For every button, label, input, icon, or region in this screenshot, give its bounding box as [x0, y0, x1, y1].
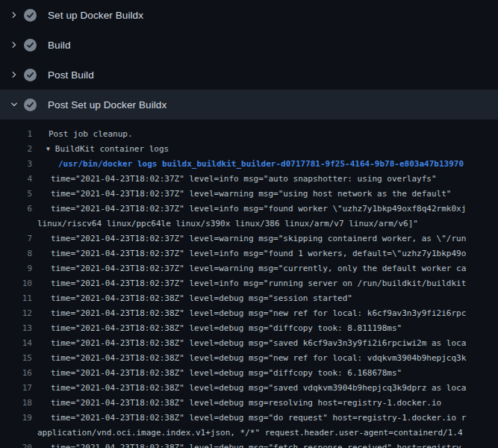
log-text: time="2021-04-23T18:02:38Z" level=debug …: [32, 381, 466, 396]
log-text: time="2021-04-23T18:02:37Z" level=warnin…: [32, 231, 466, 246]
step-title: Post Set up Docker Buildx: [48, 99, 166, 111]
log-line[interactable]: 2▼BuildKit container logs: [0, 142, 498, 157]
log-text: time="2021-04-23T18:02:38Z" level=debug …: [32, 396, 441, 411]
log-line[interactable]: 9time="2021-04-23T18:02:37Z" level=warni…: [0, 261, 498, 276]
chevron-right-icon: [9, 69, 19, 80]
log-line[interactable]: 10time="2021-04-23T18:02:37Z" level=info…: [0, 276, 498, 291]
line-number[interactable]: 1: [0, 127, 32, 142]
log-text: time="2021-04-23T18:02:38Z" level=debug …: [32, 306, 466, 321]
log-line[interactable]: 11time="2021-04-23T18:02:38Z" level=debu…: [0, 291, 498, 306]
chevron-down-icon: [9, 99, 19, 110]
log-line[interactable]: 13time="2021-04-23T18:02:38Z" level=debu…: [0, 321, 498, 336]
log-line[interactable]: linux/riscv64 linux/ppc64le linux/s390x …: [0, 217, 498, 231]
log-text: linux/riscv64 linux/ppc64le linux/s390x …: [32, 217, 418, 231]
line-number[interactable]: 2: [0, 142, 32, 157]
line-number: [0, 426, 32, 441]
step-title: Post Build: [48, 69, 94, 81]
log-text: time="2021-04-23T18:02:37Z" level=warnin…: [32, 187, 451, 202]
log-line[interactable]: 20time="2021-04-23T18:02:38Z" level=debu…: [0, 441, 498, 448]
steps-list: Set up Docker BuildxBuildPost BuildPost …: [0, 0, 498, 119]
log-line[interactable]: 15time="2021-04-23T18:02:38Z" level=debu…: [0, 351, 498, 366]
group-toggle[interactable]: ▼BuildKit container logs: [32, 142, 169, 157]
log-text: time="2021-04-23T18:02:38Z" level=debug …: [32, 336, 466, 351]
line-number[interactable]: 4: [0, 172, 32, 187]
line-number[interactable]: 9: [0, 261, 32, 276]
log-text: time="2021-04-23T18:02:38Z" level=debug …: [32, 321, 402, 336]
step-title: Build: [48, 40, 71, 51]
line-number[interactable]: 6: [0, 202, 32, 217]
log-text: time="2021-04-23T18:02:38Z" level=debug …: [32, 291, 352, 306]
log-viewer: 1Post job cleanup.2▼BuildKit container l…: [0, 119, 498, 448]
line-number[interactable]: 7: [0, 231, 32, 246]
line-number[interactable]: 18: [0, 396, 32, 411]
line-number: [0, 217, 32, 231]
check-circle-icon: [24, 39, 37, 52]
line-number[interactable]: 20: [0, 441, 32, 448]
line-number[interactable]: 3: [0, 157, 32, 172]
step-title: Set up Docker Buildx: [48, 10, 143, 21]
log-line[interactable]: 8time="2021-04-23T18:02:37Z" level=info …: [0, 246, 498, 261]
log-line[interactable]: 14time="2021-04-23T18:02:38Z" level=debu…: [0, 336, 498, 351]
log-line[interactable]: 19time="2021-04-23T18:02:38Z" level=debu…: [0, 411, 498, 426]
log-command-text: /usr/bin/docker logs buildx_buildkit_bui…: [32, 157, 464, 172]
line-number[interactable]: 13: [0, 321, 32, 336]
log-text: time="2021-04-23T18:02:38Z" level=debug …: [32, 441, 466, 448]
log-text: time="2021-04-23T18:02:38Z" level=debug …: [32, 411, 466, 426]
line-number[interactable]: 16: [0, 366, 32, 381]
check-circle-icon: [24, 9, 37, 22]
log-text: Post job cleanup.: [32, 127, 133, 142]
log-text: time="2021-04-23T18:02:37Z" level=info m…: [32, 246, 466, 261]
log-line[interactable]: 1Post job cleanup.: [0, 127, 498, 142]
log-line[interactable]: 6time="2021-04-23T18:02:37Z" level=info …: [0, 202, 498, 217]
log-line[interactable]: 7time="2021-04-23T18:02:37Z" level=warni…: [0, 231, 498, 246]
log-line[interactable]: 12time="2021-04-23T18:02:38Z" level=debu…: [0, 306, 498, 321]
line-number[interactable]: 17: [0, 381, 32, 396]
check-circle-icon: [24, 69, 37, 81]
step-row-post-build[interactable]: Post Build: [0, 60, 498, 90]
log-text: time="2021-04-23T18:02:37Z" level=warnin…: [32, 261, 466, 276]
line-number[interactable]: 19: [0, 411, 32, 426]
line-number[interactable]: 11: [0, 291, 32, 306]
step-row-build[interactable]: Build: [0, 30, 498, 60]
line-number[interactable]: 5: [0, 187, 32, 202]
log-text: time="2021-04-23T18:02:37Z" level=info m…: [32, 202, 466, 217]
log-line[interactable]: 4time="2021-04-23T18:02:37Z" level=info …: [0, 172, 498, 187]
chevron-right-icon: [9, 40, 19, 50]
chevron-right-icon: [9, 10, 19, 20]
line-number[interactable]: 14: [0, 336, 32, 351]
log-line[interactable]: 16time="2021-04-23T18:02:38Z" level=debu…: [0, 366, 498, 381]
log-text: time="2021-04-23T18:02:37Z" level=info m…: [32, 172, 437, 187]
log-line[interactable]: application/vnd.oci.image.index.v1+json,…: [0, 426, 498, 441]
triangle-down-icon: ▼: [46, 146, 50, 152]
log-line[interactable]: 3/usr/bin/docker logs buildx_buildkit_bu…: [0, 157, 498, 172]
line-number[interactable]: 10: [0, 276, 32, 291]
step-row-set-up-docker-buildx[interactable]: Set up Docker Buildx: [0, 0, 498, 30]
log-line[interactable]: 5time="2021-04-23T18:02:37Z" level=warni…: [0, 187, 498, 202]
line-number[interactable]: 12: [0, 306, 32, 321]
log-text: time="2021-04-23T18:02:37Z" level=info m…: [32, 276, 466, 291]
log-line[interactable]: 18time="2021-04-23T18:02:38Z" level=debu…: [0, 396, 498, 411]
check-circle-icon: [24, 99, 37, 111]
log-text: time="2021-04-23T18:02:38Z" level=debug …: [32, 366, 402, 381]
group-label: BuildKit container logs: [55, 144, 169, 154]
line-number[interactable]: 15: [0, 351, 32, 366]
log-text: time="2021-04-23T18:02:38Z" level=debug …: [32, 351, 466, 366]
log-line[interactable]: 17time="2021-04-23T18:02:38Z" level=debu…: [0, 381, 498, 396]
line-number[interactable]: 8: [0, 246, 32, 261]
step-row-post-set-up-docker-buildx[interactable]: Post Set up Docker Buildx: [0, 90, 498, 119]
log-text: application/vnd.oci.image.index.v1+json,…: [32, 426, 463, 441]
